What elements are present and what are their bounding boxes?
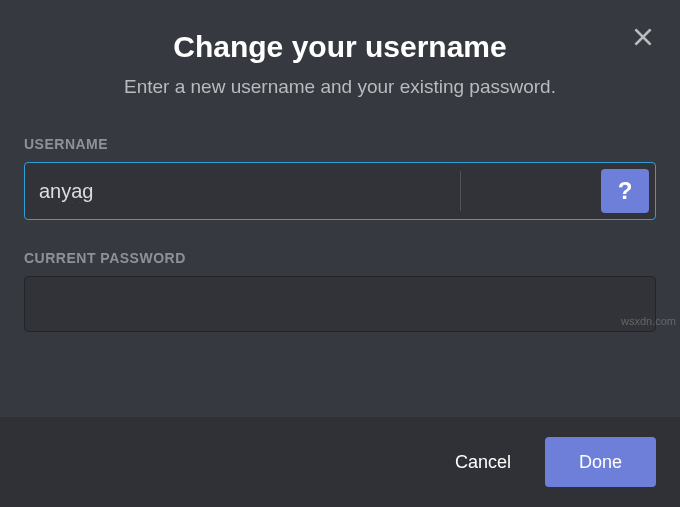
close-icon xyxy=(630,24,656,50)
username-input[interactable] xyxy=(25,163,460,219)
modal-footer: Cancel Done xyxy=(0,417,680,507)
password-input[interactable] xyxy=(24,276,656,332)
discriminator-input[interactable] xyxy=(461,163,601,219)
modal-header: Change your username Enter a new usernam… xyxy=(0,0,680,118)
done-button[interactable]: Done xyxy=(545,437,656,487)
username-field-group: USERNAME ? xyxy=(24,136,656,220)
modal-subtitle: Enter a new username and your existing p… xyxy=(24,76,656,98)
question-icon: ? xyxy=(618,177,633,205)
change-username-modal: Change your username Enter a new usernam… xyxy=(0,0,680,507)
help-button[interactable]: ? xyxy=(601,169,649,213)
modal-title: Change your username xyxy=(24,30,656,64)
close-button[interactable] xyxy=(628,22,658,52)
password-field-group: CURRENT PASSWORD xyxy=(24,250,656,332)
username-container: ? xyxy=(24,162,656,220)
modal-content: USERNAME ? CURRENT PASSWORD xyxy=(0,118,680,417)
watermark-text: wsxdn.com xyxy=(621,315,676,327)
password-label: CURRENT PASSWORD xyxy=(24,250,656,266)
username-label: USERNAME xyxy=(24,136,656,152)
cancel-button[interactable]: Cancel xyxy=(449,442,517,483)
